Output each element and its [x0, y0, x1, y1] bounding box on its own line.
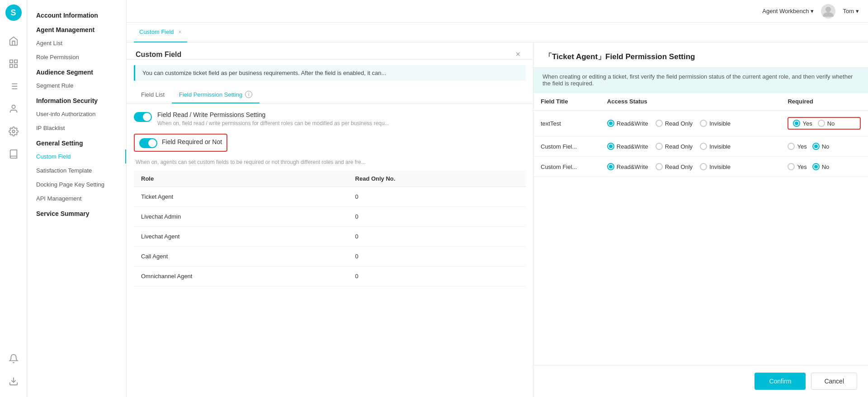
table-row[interactable]: Call Agent 0 [134, 247, 526, 266]
table-cell-read-only-no: 0 [348, 227, 526, 247]
required-yes-option[interactable]: Yes [788, 143, 807, 150]
table-row[interactable]: Livechat Agent 0 [134, 227, 526, 247]
content-area: Custom Field × You can customize ticket … [127, 42, 868, 397]
nav-settings-icon[interactable] [0, 120, 27, 143]
nav-user-icon[interactable] [0, 98, 27, 120]
table-row[interactable]: Ticket Agent 0 [134, 187, 526, 207]
access-invisible-radio[interactable] [700, 163, 707, 170]
access-readonly-label: Read Only [665, 120, 693, 127]
modal-tab-field-list[interactable]: Field List [134, 86, 172, 103]
nav-home-icon[interactable] [0, 30, 27, 52]
modal-footer: Confirm Cancel [533, 365, 868, 397]
access-readwrite-radio[interactable] [607, 163, 614, 170]
tab-custom-field[interactable]: Custom Field × [134, 23, 187, 42]
info-icon[interactable]: i [245, 91, 252, 98]
svg-point-10 [12, 105, 15, 108]
user-chevron-icon: ▾ [856, 8, 859, 14]
cancel-button[interactable]: Cancel [811, 373, 857, 390]
access-readwrite-radio[interactable] [607, 120, 614, 127]
field-required-highlight-box: Field Required or Not [134, 134, 227, 152]
sidebar: Account Information Agent Management Age… [27, 0, 127, 397]
required-yes-radio[interactable] [788, 163, 795, 170]
nav-bell-icon[interactable] [0, 347, 27, 370]
sidebar-item-custom-field[interactable]: Custom Field [27, 149, 126, 163]
access-readonly-label: Read Only [665, 143, 693, 150]
table-cell-read-only-no: 0 [348, 187, 526, 207]
access-invisible-label: Invisible [709, 143, 731, 150]
required-no-radio[interactable] [812, 163, 820, 170]
modal-info-banner: You can customize ticket field as per bu… [134, 65, 526, 81]
workbench-label: Agent Workbench [762, 8, 809, 14]
sidebar-item-user-auth[interactable]: User-info Authorization [27, 107, 126, 121]
nav-download-icon[interactable] [0, 370, 27, 392]
access-readonly-option[interactable]: Read Only [656, 143, 693, 150]
nav-grid-icon[interactable] [0, 52, 27, 75]
nav-list-icon[interactable] [0, 75, 27, 98]
access-radio-group: Read&Write Read Only Invisible [607, 120, 774, 127]
field-read-write-label: Field Read / Write Permissions Setting [157, 111, 526, 118]
required-yes-radio[interactable] [788, 143, 795, 150]
svg-rect-2 [9, 65, 12, 67]
field-required-toggle[interactable] [139, 138, 157, 148]
access-readonly-radio[interactable] [656, 143, 663, 150]
access-radio-group: Read&Write Read Only Invisible [607, 163, 774, 170]
right-panel-banner: When creating or editing a ticket, first… [533, 68, 868, 93]
access-invisible-radio[interactable] [700, 143, 707, 150]
workbench-dropdown[interactable]: Agent Workbench ▾ [762, 8, 814, 14]
access-readonly-radio[interactable] [656, 163, 663, 170]
access-readwrite-option[interactable]: Read&Write [607, 120, 648, 127]
modal-header: Custom Field × [127, 42, 533, 60]
access-invisible-option[interactable]: Invisible [700, 120, 731, 127]
tab-close-icon[interactable]: × [179, 29, 182, 35]
field-read-write-toggle[interactable] [134, 112, 152, 122]
sidebar-item-api-mgmt[interactable]: API Management [27, 191, 126, 206]
access-invisible-radio[interactable] [700, 120, 707, 127]
required-no-option[interactable]: No [812, 163, 830, 170]
access-status-cell: Read&Write Read Only Invisible [600, 157, 781, 177]
sidebar-item-role-permission[interactable]: Role Permission [27, 50, 126, 64]
access-readwrite-option[interactable]: Read&Write [607, 143, 648, 150]
required-no-radio[interactable] [812, 143, 820, 150]
sidebar-section-audience: Audience Segment [27, 64, 126, 79]
table-row[interactable]: Livechat Admin 0 [134, 207, 526, 227]
access-readonly-option[interactable]: Read Only [656, 163, 693, 170]
access-readwrite-option[interactable]: Read&Write [607, 163, 648, 170]
required-group: Yes No [788, 143, 861, 150]
required-no-option[interactable]: No [812, 143, 830, 150]
required-yes-option[interactable]: Yes [793, 120, 812, 127]
required-no-radio[interactable] [818, 120, 825, 127]
sidebar-item-satisfaction[interactable]: Satisfaction Template [27, 163, 126, 177]
access-readonly-option[interactable]: Read Only [656, 120, 693, 127]
confirm-button[interactable]: Confirm [755, 373, 806, 390]
required-no-option[interactable]: No [818, 120, 835, 127]
field-title-cell: Custom Fiel... [533, 136, 600, 157]
table-cell-read-only-no: 0 [348, 266, 526, 286]
required-no-label: No [827, 120, 835, 127]
access-invisible-label: Invisible [709, 163, 731, 170]
table-col-role: Role [134, 171, 348, 187]
table-col-read-only-no: Read Only No. [348, 171, 526, 187]
modal-close-button[interactable]: × [512, 50, 524, 59]
sidebar-item-docking-page[interactable]: Docking Page Key Setting [27, 177, 126, 191]
field-title-cell: Custom Fiel... [533, 157, 600, 177]
table-row[interactable]: Omnichannel Agent 0 [134, 266, 526, 286]
modal-tab-permission-setting[interactable]: Field Permission Setting i [172, 86, 259, 103]
sidebar-item-agent-list[interactable]: Agent List [27, 36, 126, 50]
access-readwrite-label: Read&Write [617, 163, 648, 170]
avatar[interactable] [821, 4, 835, 19]
access-invisible-option[interactable]: Invisible [700, 143, 731, 150]
access-readonly-radio[interactable] [656, 120, 663, 127]
access-invisible-option[interactable]: Invisible [700, 163, 731, 170]
sidebar-item-ip-blacklist[interactable]: IP Blacklist [27, 121, 126, 135]
user-name[interactable]: Tom ▾ [843, 8, 859, 14]
access-readwrite-radio[interactable] [607, 143, 614, 150]
workbench-chevron-icon: ▾ [811, 8, 814, 14]
required-yes-radio[interactable] [793, 120, 800, 127]
table-cell-role: Call Agent [134, 247, 348, 266]
sidebar-item-segment-rule[interactable]: Segment Rule [27, 79, 126, 93]
field-required-label: Field Required or Not [162, 138, 222, 145]
svg-rect-3 [14, 65, 17, 67]
required-yes-option[interactable]: Yes [788, 163, 807, 170]
nav-book-icon[interactable] [0, 143, 27, 165]
logo-icon[interactable]: S [5, 5, 22, 21]
